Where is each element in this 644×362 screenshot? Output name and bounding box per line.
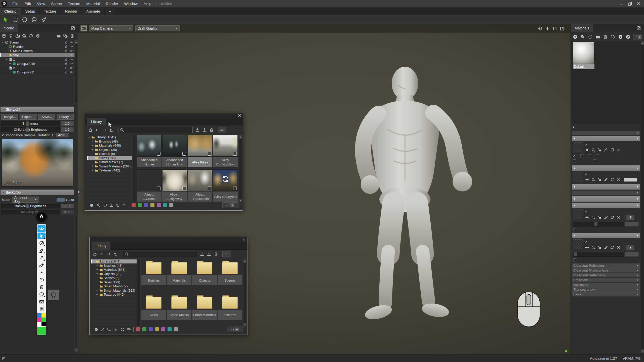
checkbox-flip-y[interactable] (588, 154, 592, 157)
workspace-tab-animate[interactable]: Animate (82, 8, 105, 15)
tree-expander-icon[interactable]: + (91, 156, 94, 160)
library-tree-row[interactable]: +Brushes (48) (87, 140, 132, 144)
library-tree-row[interactable]: +Skies (199) (87, 156, 132, 160)
settings-icon[interactable] (585, 245, 589, 250)
settings-icon[interactable] (585, 177, 589, 182)
tag-color-swatch[interactable] (132, 203, 136, 207)
menu-item-material[interactable]: Material (83, 0, 103, 8)
popout-icon[interactable] (71, 26, 75, 30)
library-folder-item[interactable]: Scenes (218, 259, 242, 292)
delete-icon[interactable] (214, 252, 218, 256)
lasso-tool-icon[interactable] (31, 17, 37, 23)
library-tree-row[interactable]: +Materials (648) (87, 144, 132, 148)
reload-icon[interactable] (610, 148, 614, 152)
tag-color-swatch[interactable] (144, 203, 148, 207)
arrow-tool-icon[interactable] (37, 254, 46, 261)
image-button[interactable]: Image... (1, 114, 18, 120)
slider-handle[interactable] (574, 252, 577, 256)
library-tree-row[interactable]: +Brushes (48) (91, 264, 137, 268)
tree-expander-icon[interactable]: + (91, 144, 94, 147)
thumbnail-size-control[interactable]: -/+ (222, 202, 238, 208)
library-tree-row[interactable]: +Smart Materials (263) (91, 289, 137, 293)
sky-thumbnail-item[interactable]: Alley......Highway (162, 169, 187, 202)
tag-color-swatch[interactable] (168, 327, 172, 331)
backdrop-brightness-slider[interactable]: Backdrop Brightness (1, 204, 60, 208)
add-layer-icon[interactable] (63, 34, 68, 38)
albedo-map-thumbnail[interactable] (573, 172, 583, 182)
avatar-icon[interactable] (90, 203, 94, 207)
download-icon[interactable] (109, 203, 113, 207)
delete-icon[interactable] (209, 128, 214, 132)
annotation-launcher-button[interactable] (36, 211, 47, 223)
dim-section-3[interactable]: Emission:▼ (572, 278, 640, 282)
eye-tool-icon[interactable] (37, 225, 46, 232)
library-tree-row[interactable]: −Library (1641) (91, 259, 137, 264)
import-icon[interactable] (195, 128, 200, 132)
whiteboard-icon[interactable] (37, 291, 46, 298)
tab-library[interactable]: Library (87, 118, 106, 125)
tag-color-swatch[interactable] (157, 203, 161, 207)
clear-icon[interactable] (616, 245, 621, 250)
cursor-tool-icon[interactable] (3, 17, 9, 23)
sky-thumbnail-item[interactable]: AbandonedHouse (137, 135, 162, 168)
gear-icon[interactable] (538, 26, 543, 31)
whiteboard-flyout[interactable] (48, 290, 59, 300)
edit-icon[interactable] (604, 177, 608, 182)
window-titlebar[interactable] (90, 237, 248, 242)
dim-section-0[interactable]: Clearcoat Reflection:▼ (572, 263, 640, 268)
palette-color-swatch[interactable] (42, 313, 46, 318)
checkbox-scale-bias[interactable]: ✓ (573, 154, 577, 158)
sky-thumbnail-image[interactable] (188, 135, 212, 157)
tree-expander-icon[interactable]: + (9, 70, 12, 74)
close-icon[interactable] (237, 113, 242, 117)
sky-thumbnail-item[interactable]: AbandonedHouse Attic (162, 135, 187, 168)
importance-sample-checkbox[interactable]: ✓ Importance Sample (2, 133, 35, 137)
home-icon[interactable] (93, 252, 97, 256)
view-options-button[interactable] (222, 251, 231, 257)
transmission-section[interactable]: ▼ (572, 191, 640, 195)
sky-thumbnail-image[interactable] (137, 135, 162, 157)
quality-dropdown[interactable]: Draft Quality▼ (135, 25, 180, 31)
thumbnail-checkbox[interactable] (208, 187, 211, 190)
tree-expander-icon[interactable]: − (92, 260, 95, 263)
sky-thumbnail-image[interactable] (162, 169, 187, 191)
library-tree-row[interactable]: +Skies (199) (91, 280, 137, 285)
reload-icon[interactable] (610, 245, 614, 250)
export-button[interactable]: Export... (20, 114, 37, 120)
palette-color-swatch[interactable] (42, 318, 46, 322)
scene-tree-row[interactable]: −2 (0, 66, 74, 70)
back-icon[interactable] (100, 252, 104, 256)
tree-expander-icon[interactable]: + (91, 140, 94, 143)
surface-map-thumbnail[interactable] (573, 142, 583, 152)
library-grid-scrollbar[interactable]: ▲▼ (243, 259, 247, 327)
search-input[interactable] (123, 251, 197, 257)
settings-icon[interactable] (585, 215, 589, 219)
view-options-button[interactable] (218, 127, 226, 133)
menu-item-view[interactable]: View (34, 0, 48, 8)
library-tree-row[interactable]: Scenes (6) (87, 152, 132, 156)
tag-color-swatch[interactable] (142, 327, 146, 331)
checkbox-object-space[interactable] (593, 159, 597, 162)
picker-icon[interactable] (597, 177, 602, 182)
add-object-icon[interactable] (2, 34, 6, 38)
tree-expander-icon[interactable]: + (96, 289, 99, 292)
screen-icon[interactable] (107, 327, 111, 332)
scene-tree-scrollbar[interactable]: ▲ (74, 40, 78, 104)
reflectivity-section[interactable]: ▼▼ (572, 233, 640, 238)
library-button[interactable]: Library... (57, 114, 74, 120)
library-tree-row[interactable]: Smart Masks (7) (87, 160, 132, 164)
zoom-icon[interactable] (591, 177, 595, 182)
list-icon[interactable] (127, 327, 131, 332)
microsurface-channel-select[interactable]: ▼ (626, 215, 634, 220)
menu-item-scene[interactable]: Scene (48, 0, 65, 8)
reload-icon[interactable] (610, 215, 614, 219)
tag-color-swatch[interactable] (150, 203, 154, 207)
scene-tree-row[interactable]: Render (0, 44, 74, 49)
sphere-preview-icon[interactable] (588, 34, 593, 39)
library-folder-item[interactable]: Smart Materials (192, 294, 217, 327)
assign-material-icon[interactable] (611, 34, 615, 39)
apply-material-icon[interactable] (626, 34, 630, 39)
library-folder-item[interactable]: Smart Masks (167, 294, 191, 327)
poly-lasso-tool-icon[interactable] (41, 17, 47, 23)
tree-expander-icon[interactable]: − (5, 66, 8, 70)
